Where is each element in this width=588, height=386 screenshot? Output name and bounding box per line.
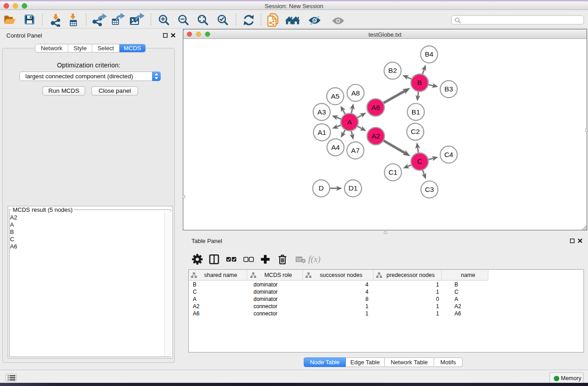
svg-text:D: D bbox=[319, 184, 324, 192]
svg-text:A7: A7 bbox=[351, 147, 360, 154]
svg-text:C3: C3 bbox=[425, 186, 434, 193]
svg-text:C1: C1 bbox=[388, 168, 397, 176]
svg-text:B3: B3 bbox=[445, 85, 453, 93]
svg-text:A5: A5 bbox=[331, 92, 339, 100]
svg-text:C4: C4 bbox=[444, 151, 453, 158]
svg-text:A: A bbox=[347, 118, 352, 126]
svg-text:B2: B2 bbox=[388, 67, 397, 74]
svg-text:D1: D1 bbox=[349, 184, 358, 192]
svg-text:B1: B1 bbox=[411, 108, 420, 116]
svg-text:A4: A4 bbox=[331, 143, 340, 151]
svg-text:C: C bbox=[417, 157, 422, 165]
svg-text:B4: B4 bbox=[425, 50, 434, 58]
svg-text:A2: A2 bbox=[372, 132, 380, 140]
svg-text:C2: C2 bbox=[411, 128, 420, 135]
svg-text:A8: A8 bbox=[351, 89, 360, 97]
svg-text:A3: A3 bbox=[317, 108, 326, 116]
svg-text:B: B bbox=[417, 79, 422, 86]
svg-text:A1: A1 bbox=[318, 129, 326, 136]
svg-text:A6: A6 bbox=[371, 104, 380, 111]
